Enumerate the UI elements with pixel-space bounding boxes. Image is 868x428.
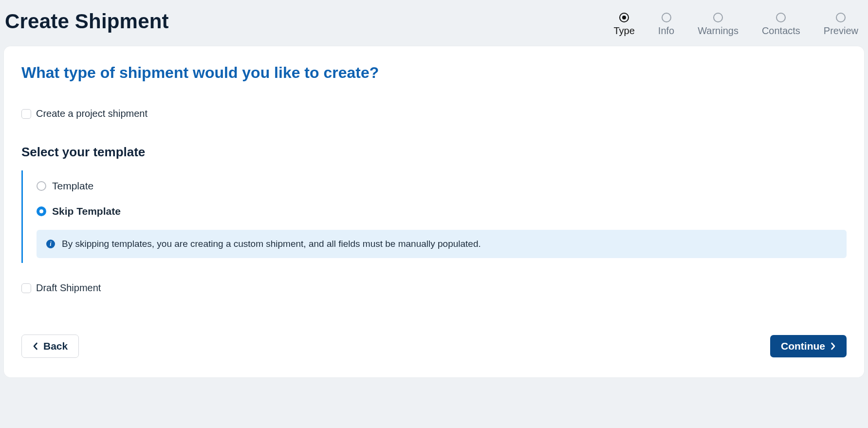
radio-template[interactable]: [37, 181, 46, 191]
step-circle-icon: [713, 13, 723, 22]
step-label: Contacts: [762, 25, 800, 37]
draft-shipment-row[interactable]: Draft Shipment: [21, 282, 847, 294]
info-banner: i By skipping templates, you are creatin…: [37, 230, 847, 258]
question-heading: What type of shipment would you like to …: [21, 64, 847, 82]
step-label: Info: [658, 25, 674, 37]
draft-shipment-label: Draft Shipment: [36, 282, 101, 294]
info-icon: i: [46, 240, 55, 248]
footer-row: Back Continue: [21, 305, 847, 358]
project-shipment-checkbox[interactable]: [21, 109, 31, 119]
step-contacts[interactable]: Contacts: [762, 13, 800, 37]
step-label: Warnings: [698, 25, 739, 37]
chevron-right-icon: [830, 342, 836, 350]
template-block: Template Skip Template i By skipping tem…: [21, 170, 847, 263]
step-warnings[interactable]: Warnings: [698, 13, 739, 37]
radio-skip-template-label: Skip Template: [52, 205, 121, 217]
page-title: Create Shipment: [5, 10, 169, 33]
radio-template-label: Template: [52, 180, 93, 192]
step-preview[interactable]: Preview: [824, 13, 858, 37]
back-button-label: Back: [43, 340, 68, 352]
draft-shipment-checkbox[interactable]: [21, 283, 31, 293]
info-banner-text: By skipping templates, you are creating …: [62, 239, 481, 249]
step-circle-icon: [776, 13, 786, 22]
step-circle-icon: [619, 13, 629, 22]
project-shipment-label: Create a project shipment: [36, 108, 148, 119]
step-circle-icon: [662, 13, 671, 22]
radio-skip-template-row[interactable]: Skip Template: [37, 201, 847, 226]
step-circle-icon: [836, 13, 846, 22]
step-label: Type: [613, 25, 634, 37]
stepper: Type Info Warnings Contacts Preview: [613, 10, 863, 37]
step-type[interactable]: Type: [613, 13, 634, 37]
back-button[interactable]: Back: [21, 335, 79, 358]
step-label: Preview: [824, 25, 858, 37]
continue-button-label: Continue: [781, 340, 825, 352]
project-shipment-row[interactable]: Create a project shipment: [21, 108, 847, 119]
radio-template-row[interactable]: Template: [37, 175, 847, 201]
chevron-left-icon: [33, 342, 38, 350]
template-heading: Select your template: [21, 145, 847, 160]
step-info[interactable]: Info: [658, 13, 674, 37]
radio-skip-template[interactable]: [37, 206, 46, 216]
form-card: What type of shipment would you like to …: [4, 46, 864, 377]
continue-button[interactable]: Continue: [770, 335, 847, 357]
